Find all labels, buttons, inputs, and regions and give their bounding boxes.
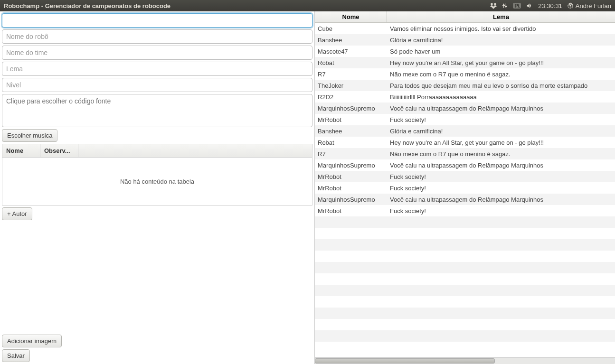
cell-lema: Você caiu na ultrapassagem do Relâmpago … bbox=[387, 196, 615, 203]
table-row-empty bbox=[315, 251, 615, 262]
network-icon[interactable] bbox=[501, 2, 508, 9]
source-code-textarea[interactable] bbox=[2, 94, 312, 127]
robot-name-input[interactable] bbox=[2, 29, 312, 44]
cell-lema: Fuck society! bbox=[387, 116, 615, 123]
clock[interactable]: 23:30:31 bbox=[538, 2, 562, 9]
cell-lema: Glória e carnificina! bbox=[387, 37, 615, 44]
cell-nome: MarquinhosSupremo bbox=[315, 162, 387, 169]
cell-nome: Robat bbox=[315, 59, 387, 66]
cell-nome: MrRobot bbox=[315, 116, 387, 123]
table-row[interactable]: RobatHey now you're an All Star, get you… bbox=[315, 57, 615, 68]
cell-nome: MarquinhosSupremo bbox=[315, 105, 387, 112]
table-row-empty bbox=[315, 273, 615, 285]
save-button[interactable]: Salvar bbox=[2, 349, 30, 362]
nivel-input[interactable] bbox=[2, 78, 312, 92]
choose-music-button[interactable]: Escolher musica bbox=[2, 129, 57, 142]
user-name: André Furlan bbox=[576, 2, 611, 9]
robots-table-header: Nome Lema bbox=[315, 11, 615, 23]
table-row[interactable]: MrRobotFuck society! bbox=[315, 171, 615, 182]
cell-nome: Banshee bbox=[315, 128, 387, 135]
form-panel: Escolher musica Nome Observ... Não há co… bbox=[0, 11, 314, 364]
cell-lema: Biiiiiiiiiirllll Porraaaaaaaaaaaaaa bbox=[387, 93, 615, 101]
table-row[interactable]: BansheeGlória e carnificina! bbox=[315, 34, 615, 46]
team-name-input[interactable] bbox=[2, 46, 312, 60]
add-image-button[interactable]: Adicionar imagem bbox=[2, 335, 62, 347]
cell-nome: R7 bbox=[315, 71, 387, 78]
robots-table-col-nome[interactable]: Nome bbox=[315, 11, 387, 22]
table-row[interactable]: RobatHey now you're an All Star, get you… bbox=[315, 137, 615, 148]
authors-table-col-observ[interactable]: Observ... bbox=[40, 144, 78, 157]
table-row[interactable]: MarquinhosSupremoVocê caiu na ultrapassa… bbox=[315, 103, 615, 114]
cell-lema: Hey now you're an All Star, get your gam… bbox=[387, 59, 615, 66]
cell-lema: Vamos eliminar nossos inimigos. Isto vai… bbox=[387, 25, 615, 32]
table-row-empty bbox=[315, 342, 615, 353]
table-row-empty bbox=[315, 296, 615, 308]
table-row-empty bbox=[315, 216, 615, 228]
cell-nome: R7 bbox=[315, 150, 387, 158]
authors-table-empty: Não há conteúdo na tabela bbox=[2, 158, 312, 205]
table-row[interactable]: R7Não mexe com o R7 que o menino é sagaz… bbox=[315, 148, 615, 159]
table-row[interactable]: MarquinhosSupremoVocê caiu na ultrapassa… bbox=[315, 159, 615, 171]
svg-point-1 bbox=[569, 5, 571, 7]
cell-nome: R2D2 bbox=[315, 93, 387, 101]
add-author-button[interactable]: + Autor bbox=[2, 207, 32, 220]
cell-nome: MrRobot bbox=[315, 173, 387, 180]
cell-lema: Só pode haver um bbox=[387, 48, 615, 55]
cell-lema: Hey now you're an All Star, get your gam… bbox=[387, 139, 615, 146]
dropbox-icon[interactable] bbox=[490, 2, 497, 9]
table-row[interactable]: MarquinhosSupremoVocê caiu na ultrapassa… bbox=[315, 194, 615, 205]
table-row[interactable]: R2D2Biiiiiiiiiirllll Porraaaaaaaaaaaaaa bbox=[315, 91, 615, 103]
table-row-empty bbox=[315, 262, 615, 273]
table-row-empty bbox=[315, 330, 615, 342]
keyboard-layout-indicator[interactable]: Pt bbox=[513, 3, 521, 9]
table-row-empty bbox=[315, 228, 615, 239]
cell-lema: Não mexe com o R7 que o menino é sagaz. bbox=[387, 71, 615, 78]
cell-nome: TheJoker bbox=[315, 82, 387, 89]
authors-table: Nome Observ... Não há conteúdo na tabela bbox=[2, 144, 312, 205]
table-row[interactable]: BansheeGlória e carnificina! bbox=[315, 125, 615, 137]
cell-lema: Você caiu na ultrapassagem do Relâmpago … bbox=[387, 105, 615, 112]
cell-nome: MrRobot bbox=[315, 207, 387, 215]
cell-lema: Fuck society! bbox=[387, 185, 615, 192]
table-row[interactable]: R7Não mexe com o R7 que o menino é sagaz… bbox=[315, 68, 615, 80]
scrollbar-thumb[interactable] bbox=[315, 358, 495, 364]
id-input[interactable] bbox=[2, 13, 312, 28]
user-menu[interactable]: André Furlan bbox=[567, 2, 611, 9]
cell-nome: MarquinhosSupremo bbox=[315, 196, 387, 203]
cell-lema: Para todos que desejam meu mal eu levo o… bbox=[387, 82, 615, 89]
table-row-empty bbox=[315, 319, 615, 330]
cell-nome: Cube bbox=[315, 25, 387, 32]
cell-nome: Robat bbox=[315, 139, 387, 146]
cell-lema: Glória e carnificina! bbox=[387, 128, 615, 135]
table-row[interactable]: Mascote47Só pode haver um bbox=[315, 46, 615, 57]
horizontal-scrollbar[interactable] bbox=[315, 357, 615, 364]
window-titlebar: Robochamp - Gerenciador de campeonatos d… bbox=[0, 0, 615, 11]
system-tray: Pt 23:30:31 André Furlan bbox=[490, 2, 611, 9]
cell-lema: Você caiu na ultrapassagem do Relâmpago … bbox=[387, 162, 615, 169]
authors-table-col-nome[interactable]: Nome bbox=[2, 144, 40, 157]
lema-input[interactable] bbox=[2, 62, 312, 76]
robots-list-panel: Nome Lema CubeVamos eliminar nossos inim… bbox=[314, 11, 615, 364]
cell-nome: Banshee bbox=[315, 37, 387, 44]
cell-nome: Mascote47 bbox=[315, 48, 387, 55]
table-row[interactable]: MrRobotFuck society! bbox=[315, 182, 615, 194]
table-row-empty bbox=[315, 308, 615, 319]
window-title: Robochamp - Gerenciador de campeonatos d… bbox=[4, 2, 490, 9]
volume-icon[interactable] bbox=[526, 2, 533, 9]
table-row[interactable]: MrRobotFuck society! bbox=[315, 114, 615, 125]
robots-table-col-lema[interactable]: Lema bbox=[387, 11, 615, 22]
cell-lema: Não mexe com o R7 que o menino é sagaz. bbox=[387, 150, 615, 158]
robots-table-body[interactable]: CubeVamos eliminar nossos inimigos. Isto… bbox=[315, 23, 615, 357]
table-row-empty bbox=[315, 285, 615, 296]
cell-lema: Fuck society! bbox=[387, 173, 615, 180]
table-row[interactable]: TheJokerPara todos que desejam meu mal e… bbox=[315, 80, 615, 91]
cell-nome: MrRobot bbox=[315, 185, 387, 192]
table-row[interactable]: CubeVamos eliminar nossos inimigos. Isto… bbox=[315, 23, 615, 34]
table-row-empty bbox=[315, 239, 615, 251]
table-row[interactable]: MrRobotFuck society! bbox=[315, 205, 615, 216]
cell-lema: Fuck society! bbox=[387, 207, 615, 215]
